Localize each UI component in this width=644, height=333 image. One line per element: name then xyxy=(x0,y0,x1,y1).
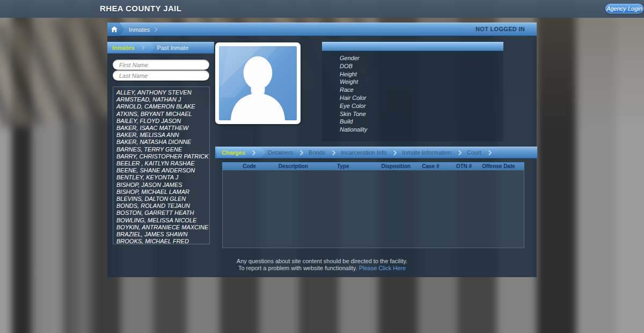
inmate-list-item[interactable]: BOWLING, MELISSA NICOLE xyxy=(113,217,209,224)
search-panel-tab[interactable]: Past Inmate xyxy=(155,42,191,53)
footer-line1: Any questions about site content should … xyxy=(107,258,537,265)
inmate-list-item[interactable]: BAILEY, FLOYD JASON xyxy=(113,118,209,125)
record-tab[interactable]: Charges xyxy=(217,147,266,158)
detail-label: Gender xyxy=(340,54,503,62)
chevron-icon xyxy=(251,150,256,155)
column-header: Case # xyxy=(415,163,445,169)
report-problem-link[interactable]: Please Click Here xyxy=(359,265,406,271)
person-silhouette-icon xyxy=(219,46,297,120)
footer-line2: To report a problem with website functio… xyxy=(107,265,537,272)
detail-label: Nationality xyxy=(340,126,503,134)
inmate-list-item[interactable]: BAKER, NATASHA DIONNE xyxy=(113,139,209,146)
home-icon xyxy=(111,26,118,32)
column-header: Type xyxy=(310,163,376,169)
column-header: Description xyxy=(276,163,310,169)
tab-label: Past Inmate xyxy=(155,45,191,51)
column-header: OTN # xyxy=(446,163,482,169)
charges-table: Code Description Type Disposition Case #… xyxy=(222,162,524,248)
login-status: NOT LOGGED IN xyxy=(475,26,525,32)
inmate-list-item[interactable]: ARMSTEAD, NATHAN J xyxy=(113,96,209,103)
inmate-list-item[interactable]: ARNOLD, CAMERON BLAKE xyxy=(113,103,209,110)
charges-table-body xyxy=(222,170,524,248)
inmate-list-item[interactable]: BOYKIN, ANTRANIECE MAXCINE xyxy=(113,224,209,231)
detail-label: Hair Color xyxy=(340,94,503,102)
inmate-list-item[interactable]: BENTLEY, KEYONTA J xyxy=(113,174,209,181)
breadcrumb-item-inmates[interactable]: Inmates xyxy=(129,26,150,33)
agency-login-button[interactable]: Agency Login xyxy=(605,4,643,13)
detail-label: Eye Color xyxy=(340,102,503,110)
chevron-icon xyxy=(153,27,157,31)
chevron-icon xyxy=(486,150,492,155)
inmate-list-item[interactable]: ATKINS, BRYANT MICHAEL xyxy=(113,111,209,118)
inmate-list: ALLEY, ANTHONY STEVEN ARMSTEAD, NATHAN J… xyxy=(113,86,210,244)
detail-label: Height xyxy=(340,70,503,78)
inmate-list-item[interactable]: BAKER, MELISSA ANN xyxy=(113,132,209,139)
record-tabs: Charges Detainers Bonds Incarceration In… xyxy=(215,147,537,158)
column-header: Offense Date xyxy=(482,163,515,169)
tab-label: Incarceration Info xyxy=(339,149,389,156)
search-panel-tabs: Inmates Past Inmate xyxy=(107,42,214,54)
detail-label: Build xyxy=(340,118,503,126)
record-tab[interactable]: Incarceration Info xyxy=(339,147,400,158)
page-title: RHEA COUNTY JAIL xyxy=(100,4,181,13)
inmate-list-item[interactable]: BAKER, ISAAC MATTHEW xyxy=(113,125,209,132)
inmate-photo-placeholder xyxy=(215,42,301,124)
record-tab[interactable]: Court xyxy=(465,147,495,158)
inmate-list-item[interactable]: BEELER , KAITLYN RASHAE xyxy=(113,160,209,167)
inmate-list-item[interactable]: BISHOP, JASON JAMES xyxy=(113,182,209,189)
inmate-list-item[interactable]: BISHOP, MICHAEL LAMAR xyxy=(113,189,209,196)
search-panel-tab[interactable]: Inmates xyxy=(107,42,155,53)
record-tab[interactable]: Bonds xyxy=(306,147,339,158)
inmate-list-item[interactable]: BROOKS, MICHAEL FRED xyxy=(113,238,209,244)
tab-label: Bonds xyxy=(306,149,327,156)
charges-table-header: Code Description Type Disposition Case #… xyxy=(222,162,524,170)
chevron-icon xyxy=(331,150,336,155)
inmate-list-item[interactable]: BRAZIEL, JAMES SHAWN xyxy=(113,231,209,238)
inmate-details-panel: Gender DOB Height Weight Race Hair Color… xyxy=(322,42,503,141)
inmate-list-item[interactable]: BONDS, ROLAND TEJAUN xyxy=(113,202,209,209)
chevron-icon xyxy=(392,150,397,155)
detail-label: DOB xyxy=(340,62,503,70)
inmate-list-item[interactable]: BOSTON, GARRETT HEATH xyxy=(113,209,209,216)
detail-label: Race xyxy=(340,86,503,94)
home-button[interactable] xyxy=(107,23,125,36)
breadcrumb: Inmates NOT LOGGED IN xyxy=(107,23,537,36)
inmate-list-item[interactable]: BLEVINS, DALTON GLEN xyxy=(113,196,209,202)
column-header: Disposition xyxy=(376,163,415,169)
last-name-input[interactable] xyxy=(113,70,209,81)
footer-line2-text: To report a problem with website functio… xyxy=(238,265,357,271)
detail-label: Weight xyxy=(340,78,503,86)
details-header-bar xyxy=(322,42,503,51)
tab-label: Inmate Information xyxy=(400,149,453,156)
tab-label: Detainers xyxy=(266,149,295,156)
inmate-list-item[interactable]: ALLEY, ANTHONY STEVEN xyxy=(113,89,209,96)
top-header-bar: RHEA COUNTY JAIL Agency Login xyxy=(0,0,644,18)
chevron-icon xyxy=(298,150,304,155)
chevron-icon xyxy=(140,46,144,50)
site-footer: Any questions about site content should … xyxy=(107,258,537,272)
tab-label: Inmates xyxy=(110,45,137,51)
record-tab[interactable]: Detainers xyxy=(266,147,306,158)
inmate-list-item[interactable]: BARNES, TERRY GENE xyxy=(113,146,209,153)
tab-label: Court xyxy=(465,149,484,156)
tab-label: Charges xyxy=(219,149,247,156)
record-tab[interactable]: Inmate Information xyxy=(400,147,465,158)
inmate-list-item[interactable]: BARRY, CHRISTOPHER PATRICK xyxy=(113,153,209,160)
first-name-input[interactable] xyxy=(113,60,209,70)
column-header: Code xyxy=(222,163,276,169)
detail-label: Skin Tone xyxy=(340,110,503,118)
details-labels: Gender DOB Height Weight Race Hair Color… xyxy=(322,54,503,134)
inmate-list-item[interactable]: BEENE, SHANE ANDERSON xyxy=(113,167,209,174)
chevron-icon xyxy=(457,150,462,155)
